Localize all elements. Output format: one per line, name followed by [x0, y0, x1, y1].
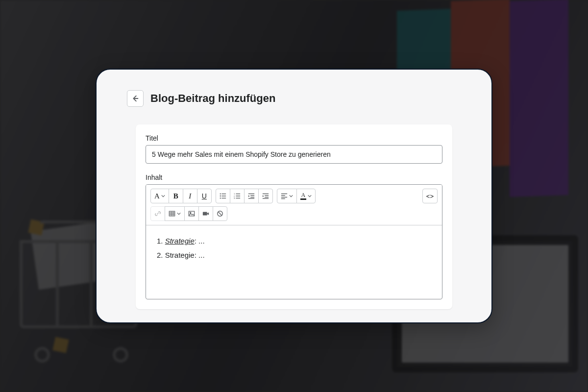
image-icon: [188, 210, 195, 217]
form-card: Titel Inhalt A B I U: [136, 124, 452, 309]
video-button[interactable]: [198, 206, 213, 221]
svg-rect-12: [248, 194, 254, 194]
svg-rect-3: [221, 196, 226, 196]
svg-rect-1: [221, 194, 226, 194]
svg-rect-23: [281, 198, 285, 199]
chevron-down-icon: [177, 212, 181, 216]
numbered-list-icon: 123: [234, 193, 241, 199]
arrow-left-icon: [131, 94, 140, 103]
blog-post-modal: Blog-Beitrag hinzufügen Titel Inhalt A B…: [96, 69, 492, 323]
svg-rect-27: [203, 212, 207, 216]
svg-rect-13: [250, 195, 254, 196]
svg-rect-19: [263, 198, 269, 198]
svg-rect-9: [236, 196, 240, 196]
svg-rect-5: [221, 198, 226, 198]
bullet-list-button[interactable]: [216, 189, 230, 203]
svg-point-26: [190, 212, 191, 213]
chevron-down-icon: [289, 194, 293, 198]
bullet-list-icon: [220, 193, 226, 199]
svg-rect-11: [236, 198, 240, 198]
svg-rect-20: [281, 194, 287, 194]
italic-button[interactable]: I: [183, 189, 197, 203]
numbered-list-button[interactable]: 123: [230, 189, 245, 203]
clear-format-icon: [217, 210, 223, 217]
content-line-1: 1. Strategie: ...: [157, 234, 431, 248]
video-icon: [202, 210, 209, 217]
clear-format-button[interactable]: [213, 206, 227, 221]
svg-rect-17: [265, 195, 269, 196]
table-icon: [169, 210, 175, 217]
outdent-icon: [248, 193, 255, 199]
indent-button[interactable]: [258, 189, 273, 203]
format-dropdown[interactable]: A: [150, 189, 169, 203]
svg-rect-18: [265, 197, 269, 197]
table-dropdown[interactable]: [165, 206, 185, 221]
svg-rect-16: [263, 194, 269, 194]
page-title: Blog-Beitrag hinzufügen: [150, 92, 275, 105]
image-button[interactable]: [184, 206, 199, 221]
svg-rect-7: [236, 194, 240, 194]
rich-text-editor: A B I U 123: [146, 184, 442, 299]
svg-rect-25: [189, 211, 194, 216]
back-button[interactable]: [127, 90, 144, 107]
modal-header: Blog-Beitrag hinzufügen: [127, 90, 461, 107]
svg-rect-24: [169, 211, 174, 216]
svg-point-2: [220, 196, 220, 196]
svg-rect-21: [281, 195, 285, 196]
content-line-2: 2. Strategie: ...: [157, 248, 431, 263]
editor-toolbar: A B I U 123: [146, 185, 442, 225]
title-input[interactable]: [146, 145, 442, 164]
svg-text:3: 3: [234, 197, 235, 199]
link-button[interactable]: [150, 206, 165, 221]
link-icon: [154, 210, 161, 217]
content-label: Inhalt: [146, 173, 442, 181]
chevron-down-icon: [161, 194, 165, 198]
title-label: Titel: [146, 134, 442, 142]
align-left-icon: [281, 193, 288, 199]
text-color-icon: A: [300, 192, 306, 200]
indent-icon: [262, 193, 269, 199]
bold-button[interactable]: B: [169, 189, 183, 203]
svg-rect-22: [281, 197, 287, 197]
align-dropdown[interactable]: [277, 189, 297, 203]
svg-point-4: [220, 197, 220, 198]
editor-content-area[interactable]: 1. Strategie: ... 2. Strategie: ...: [146, 225, 442, 299]
chevron-down-icon: [308, 194, 312, 198]
text-color-dropdown[interactable]: A: [296, 189, 316, 203]
html-view-button[interactable]: <>: [422, 189, 438, 203]
svg-rect-14: [250, 197, 254, 197]
svg-rect-15: [248, 198, 254, 198]
underline-button[interactable]: U: [197, 189, 212, 203]
svg-point-0: [220, 193, 220, 194]
code-icon: <>: [426, 193, 434, 200]
outdent-button[interactable]: [244, 189, 259, 203]
